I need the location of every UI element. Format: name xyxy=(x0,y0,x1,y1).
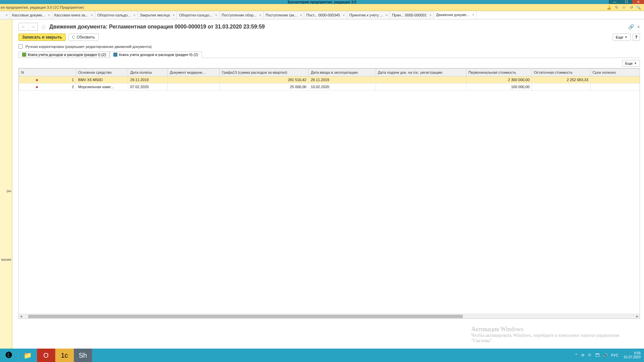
window-close-button[interactable]: ✕ xyxy=(632,0,644,4)
close-icon[interactable]: × xyxy=(173,13,175,17)
tab-zakrytie[interactable]: Закрытие месяца × xyxy=(138,11,177,19)
scroll-thumb[interactable] xyxy=(28,315,463,318)
document-tabs: × Кассовые докуме... × Кассовая книга за… xyxy=(0,11,644,19)
tab-postuplenie-obor[interactable]: Поступление обор... × xyxy=(220,11,264,19)
book-icon xyxy=(113,53,117,57)
table-row[interactable]: 1 BMV X5 M50D 29.11.2019 281 510,42 28.1… xyxy=(19,76,640,83)
close-icon[interactable]: × xyxy=(386,13,388,17)
tab-close-first[interactable]: × xyxy=(0,11,10,19)
tab-kassovaya-kniga[interactable]: Кассовая книга за... × xyxy=(52,11,95,19)
horizontal-scrollbar[interactable]: ◄ ► xyxy=(19,314,640,318)
inner-tab-section2[interactable]: Книга учета доходов и расходов (раздел I… xyxy=(110,51,202,58)
col-start-date[interactable]: Дата ввода в эксплуатацию xyxy=(309,69,376,76)
scroll-right-icon[interactable]: ► xyxy=(635,314,640,318)
col-pay-date[interactable]: Дата оплаты xyxy=(128,69,168,76)
refresh-button[interactable]: С Обновить xyxy=(68,34,99,41)
taskbar-ie-icon[interactable]: 🅔 xyxy=(0,349,18,362)
close-icon[interactable]: × xyxy=(472,13,474,17)
taskbar-1c-icon[interactable]: 1c xyxy=(55,349,74,362)
scroll-left-icon[interactable]: ◄ xyxy=(19,314,23,318)
movements-table[interactable]: N Основное средство Дата оплаты Документ… xyxy=(18,68,640,319)
col-n[interactable]: N xyxy=(19,69,76,76)
table-header-row: N Основное средство Дата оплаты Документ… xyxy=(19,69,640,76)
sidebar-label-1: ры xyxy=(7,189,11,193)
table-more-button[interactable]: Еще ▼ xyxy=(622,60,640,67)
refresh-label: Обновить xyxy=(77,35,95,40)
close-icon[interactable]: × xyxy=(91,13,93,17)
search-icon[interactable]: 🔍 xyxy=(635,4,642,10)
window-maximize-button[interactable]: ☐ xyxy=(621,0,632,4)
link-icon[interactable]: 🔗 xyxy=(628,24,634,29)
close-icon[interactable]: × xyxy=(6,13,8,17)
activation-watermark: Активация Windows Чтобы активировать Win… xyxy=(471,326,636,344)
tab-oborotno-1[interactable]: Оборотно-сальдо... × xyxy=(95,11,138,19)
window-titlebar: Бухгалтерия предприятия, редакция 3.0 — … xyxy=(0,0,644,4)
sidebar-label-2: вание xyxy=(1,257,11,261)
inner-tab-section1[interactable]: Книга учета доходов и расходов (раздел I… xyxy=(18,51,110,58)
col-asset[interactable]: Основное средство xyxy=(76,69,128,76)
tab-prinyatie[interactable]: Принятие к учету ... × xyxy=(347,11,390,19)
nav-forward-button[interactable]: → xyxy=(28,23,38,31)
taskbar-opera-icon[interactable]: O xyxy=(37,349,55,362)
close-icon[interactable]: × xyxy=(215,13,217,17)
tray-sync-icon[interactable]: ⟳ xyxy=(581,353,585,358)
nav-back-button[interactable]: ← xyxy=(19,23,28,31)
close-icon[interactable]: × xyxy=(300,13,302,17)
app-header: ия предприятия, редакция 3.0 (1С:Предпри… xyxy=(0,4,644,11)
close-icon[interactable]: × xyxy=(48,13,50,17)
app-title-text: ия предприятия, редакция 3.0 (1С:Предпри… xyxy=(0,5,84,9)
tray-lang[interactable]: РУС xyxy=(611,353,619,357)
manual-edit-checkbox[interactable] xyxy=(18,44,23,49)
status-dot-icon xyxy=(36,86,38,88)
more-button[interactable]: Еще ▼ xyxy=(613,34,631,41)
refresh-icon: С xyxy=(72,35,75,40)
windows-taskbar[interactable]: 🅔 📁 O 1c Sh ⌃ ⟳ 🏳 🗔 🔊 РУС 9:56 01.07.202… xyxy=(0,349,644,362)
col-reg-date[interactable]: Дата подачи док. на гос. регистрацию xyxy=(376,69,466,76)
history-icon[interactable]: ↻ xyxy=(613,4,620,10)
tab-oborotno-2[interactable]: Оборотно-сальдо... × xyxy=(177,11,220,19)
tab-prin-001[interactable]: Прин... 0000-000001 × xyxy=(390,11,434,19)
window-title: Бухгалтерия предприятия, редакция 3.0 xyxy=(288,0,356,4)
close-icon[interactable]: × xyxy=(259,13,261,17)
star-icon[interactable]: ☆ xyxy=(621,4,627,10)
col-g13[interactable]: Графа13 (сумма расходов за квартал) xyxy=(220,69,309,76)
col-remain[interactable]: Остаточная стоимость xyxy=(532,69,590,76)
bell-icon[interactable]: 🔔 xyxy=(606,4,612,10)
page-title: Движения документа: Регламентная операци… xyxy=(49,24,265,30)
tray-chevron-icon[interactable]: ⌃ xyxy=(575,353,578,358)
function-sidebar[interactable]: ры вание xyxy=(0,19,12,349)
tray-network-icon[interactable]: 🗔 xyxy=(595,353,599,358)
save-and-close-button[interactable]: Записать и закрыть xyxy=(18,34,66,41)
close-icon[interactable]: × xyxy=(429,13,431,17)
tab-dvizheniya[interactable]: Движения докуме... × xyxy=(434,11,477,19)
tab-post-345[interactable]: Пост... 0000-000345 × xyxy=(304,11,347,19)
taskbar-clock[interactable]: 9:56 01.07.2020 xyxy=(622,351,643,359)
help-button[interactable]: ? xyxy=(633,34,640,41)
manual-edit-label: Ручная корректировка (разрешает редактир… xyxy=(25,45,152,49)
tray-flag-icon[interactable]: 🏳 xyxy=(588,353,592,358)
favorite-star-icon[interactable]: ☆ xyxy=(41,23,47,31)
taskbar-explorer-icon[interactable]: 📁 xyxy=(18,349,37,362)
col-initial[interactable]: Первоначальная стоимость xyxy=(466,69,532,76)
status-dot-icon xyxy=(36,79,38,81)
taskbar-sh-icon[interactable]: Sh xyxy=(74,349,92,362)
window-minimize-button[interactable]: — xyxy=(609,0,621,4)
close-icon[interactable]: × xyxy=(343,13,345,17)
tab-postuplenie-ak[interactable]: Поступление (ак... × xyxy=(264,11,304,19)
col-useful[interactable]: Срок полезно xyxy=(590,69,640,76)
col-mod-doc[interactable]: Документ модерни... xyxy=(168,69,220,76)
tab-kassovye[interactable]: Кассовые докуме... × xyxy=(10,11,52,19)
tray-volume-icon[interactable]: 🔊 xyxy=(603,353,608,358)
table-row[interactable]: 2 Морозильная каме... 07.02.2020 25 000,… xyxy=(19,83,640,90)
page-close-button[interactable]: × xyxy=(637,24,640,29)
chevron-down-icon: ▼ xyxy=(634,62,637,65)
chevron-down-icon: ▼ xyxy=(625,36,628,39)
link2-icon[interactable]: ↺ xyxy=(628,4,635,10)
book-icon xyxy=(22,53,26,57)
close-icon[interactable]: × xyxy=(133,13,136,17)
